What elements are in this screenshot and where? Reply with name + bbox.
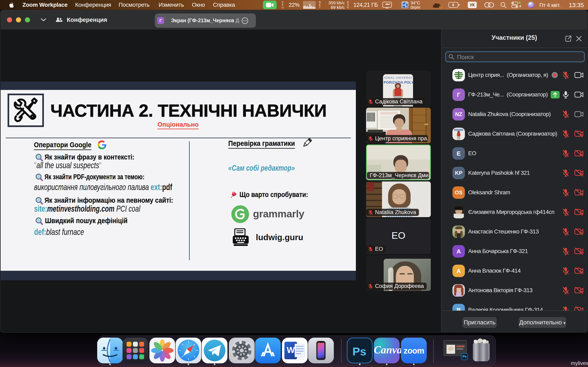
svg-text:!: ! bbox=[440, 6, 441, 8]
